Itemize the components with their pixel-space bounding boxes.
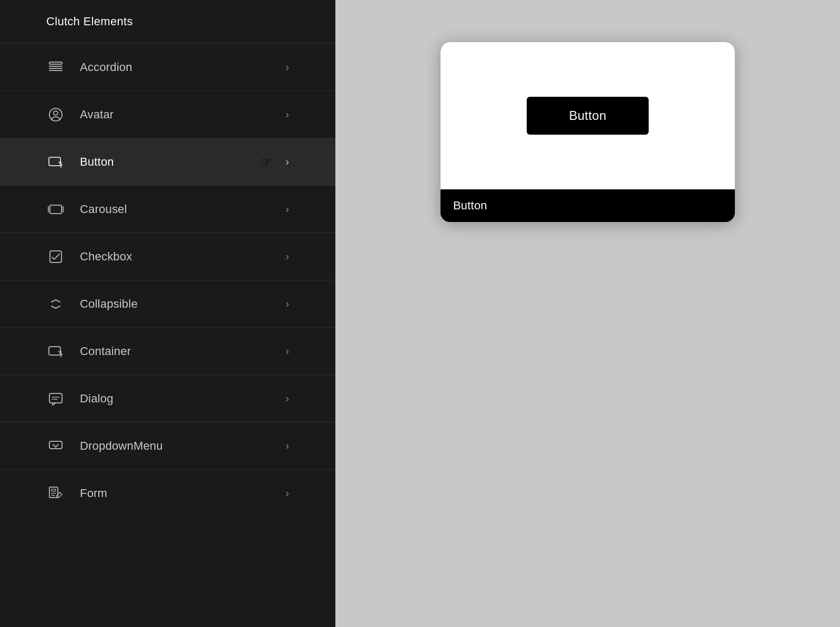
chevron-right-icon: › <box>285 250 289 262</box>
svg-rect-0 <box>49 62 62 64</box>
sidebar-item-collapsible[interactable]: Collapsible › <box>0 280 335 327</box>
sidebar-item-carousel[interactable]: Carousel › <box>0 185 335 232</box>
sidebar-item-label: Button <box>80 155 285 169</box>
sidebar-item-avatar[interactable]: Avatar › <box>0 90 335 138</box>
main-content: Button Button <box>335 0 840 627</box>
sidebar: Clutch Elements Accordion › <box>0 0 335 627</box>
preview-card-label: Button <box>441 189 735 222</box>
svg-rect-10 <box>50 251 62 262</box>
svg-rect-11 <box>49 347 60 355</box>
sidebar-item-dialog[interactable]: Dialog › <box>0 375 335 422</box>
sidebar-item-button[interactable]: Button ☞ › <box>0 138 335 185</box>
sidebar-item-label: Container <box>80 345 285 358</box>
avatar-icon <box>46 105 65 124</box>
preview-button[interactable]: Button <box>527 97 648 135</box>
checkbox-icon <box>46 247 65 266</box>
sidebar-item-dropdownmenu[interactable]: DropdownMenu › <box>0 422 335 469</box>
chevron-right-icon: › <box>285 203 289 215</box>
preview-card-content: Button <box>441 42 735 189</box>
chevron-right-icon: › <box>285 392 289 404</box>
sidebar-item-form[interactable]: Form › <box>0 469 335 517</box>
chevron-right-icon: › <box>285 156 289 168</box>
svg-rect-17 <box>52 489 56 491</box>
chevron-right-icon: › <box>285 345 289 357</box>
chevron-right-icon: › <box>285 298 289 310</box>
carousel-icon <box>46 200 65 219</box>
svg-rect-12 <box>49 393 62 403</box>
preview-card: Button Button <box>441 42 735 222</box>
sidebar-list: Accordion › Avatar › Butt <box>0 43 335 627</box>
sidebar-item-label: Accordion <box>80 60 285 74</box>
sidebar-item-label: Collapsible <box>80 297 285 311</box>
sidebar-item-label: Avatar <box>80 108 285 122</box>
accordion-icon <box>46 58 65 77</box>
sidebar-item-checkbox[interactable]: Checkbox › <box>0 232 335 280</box>
chevron-right-icon: › <box>285 61 289 73</box>
container-icon <box>46 342 65 361</box>
chevron-right-icon: › <box>285 487 289 499</box>
dropdown-icon <box>46 437 65 456</box>
button-icon <box>46 153 65 171</box>
sidebar-item-label: DropdownMenu <box>80 439 285 453</box>
svg-rect-7 <box>50 205 62 214</box>
sidebar-item-label: Checkbox <box>80 250 285 264</box>
sidebar-item-label: Carousel <box>80 203 285 216</box>
form-icon <box>46 484 65 503</box>
dialog-icon <box>46 389 65 408</box>
sidebar-item-label: Form <box>80 487 285 500</box>
sidebar-title: Clutch Elements <box>0 0 335 43</box>
collapsible-icon <box>46 295 65 313</box>
sidebar-item-label: Dialog <box>80 392 285 406</box>
chevron-right-icon: › <box>285 440 289 452</box>
chevron-right-icon: › <box>285 108 289 120</box>
svg-rect-6 <box>49 157 60 166</box>
sidebar-item-accordion[interactable]: Accordion › <box>0 43 335 90</box>
svg-point-5 <box>54 111 58 115</box>
sidebar-item-container[interactable]: Container › <box>0 327 335 375</box>
